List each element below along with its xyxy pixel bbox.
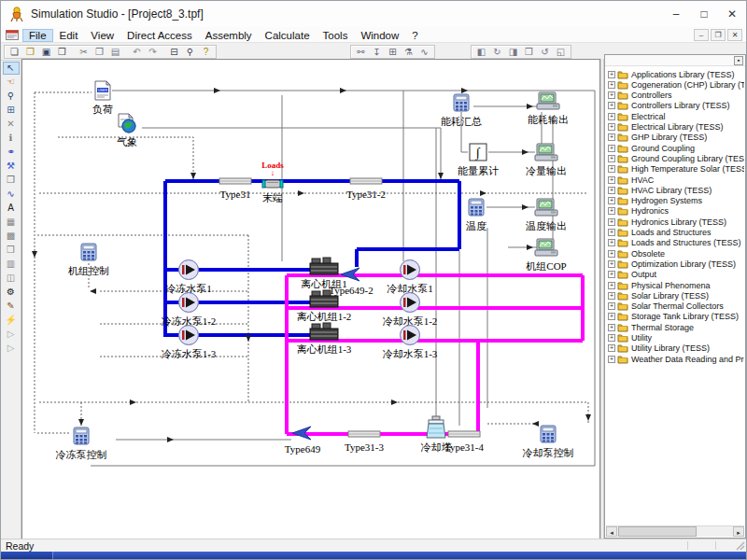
- output-tool-1-icon[interactable]: ▷: [3, 328, 20, 341]
- menu-direct-access[interactable]: Direct Access: [120, 29, 199, 42]
- component-chiller-1-3[interactable]: [308, 321, 340, 342]
- save-all-button-icon[interactable]: ❒: [54, 46, 70, 58]
- library-item-output[interactable]: +Output: [608, 270, 656, 280]
- text-tool-icon[interactable]: A: [3, 202, 20, 215]
- scroll-left-button[interactable]: ◂: [606, 526, 617, 537]
- expand-icon[interactable]: +: [608, 324, 615, 331]
- component-type31-2[interactable]: [349, 176, 383, 186]
- component-chw-pump-control[interactable]: [73, 427, 90, 445]
- component-weather[interactable]: [117, 113, 137, 133]
- undo-button-icon[interactable]: ↶: [129, 46, 145, 58]
- direct-access-tool-icon[interactable]: ⊞: [3, 104, 20, 117]
- resize-grip[interactable]: [734, 539, 745, 551]
- expand-icon[interactable]: +: [608, 313, 615, 320]
- component-type31-3[interactable]: [347, 429, 381, 439]
- scroll-right-button[interactable]: ▸: [733, 526, 744, 537]
- expand-icon[interactable]: +: [608, 250, 615, 258]
- layers-button-icon[interactable]: ❒: [521, 46, 537, 58]
- layers-tool-icon[interactable]: ❒: [3, 244, 20, 257]
- mdi-restore-button[interactable]: ❐: [711, 29, 726, 41]
- library-item-weather-data-reading-and-process[interactable]: +Weather Data Reading and Process: [608, 354, 744, 364]
- signal-tool-icon[interactable]: ∿: [3, 188, 20, 201]
- run-tool-icon[interactable]: ⚡: [3, 314, 20, 327]
- print-button-icon[interactable]: ⊟: [166, 46, 182, 58]
- component-type649-2[interactable]: [339, 265, 363, 284]
- mdi-close-button[interactable]: ✕: [727, 29, 742, 41]
- settings-tool-icon[interactable]: ⚙: [3, 286, 20, 299]
- menu-calculate[interactable]: Calculate: [259, 29, 317, 42]
- component-chw-pump-1-3[interactable]: [177, 324, 200, 346]
- component-unit-control[interactable]: [80, 243, 97, 261]
- expand-icon[interactable]: +: [608, 282, 615, 289]
- help-button-icon[interactable]: ?: [198, 46, 214, 58]
- wrench-tool-icon[interactable]: ⚒: [3, 160, 20, 173]
- stamp-tool-icon[interactable]: ❐: [3, 174, 20, 187]
- component-cw-pump-1-2[interactable]: [399, 291, 421, 314]
- zoom-tool-icon[interactable]: ⚲: [3, 90, 20, 103]
- grid-tool-icon[interactable]: ▦: [3, 216, 20, 229]
- close-button[interactable]: ✕: [718, 1, 746, 27]
- component-chw-pump-1[interactable]: [177, 259, 200, 281]
- menu-assembly[interactable]: Assembly: [199, 29, 259, 42]
- expand-icon[interactable]: +: [608, 334, 615, 342]
- component-cooling-tower[interactable]: [425, 415, 447, 440]
- expand-icon[interactable]: +: [608, 292, 615, 300]
- panel-close-button[interactable]: ▪: [734, 56, 743, 65]
- expand-icon[interactable]: +: [608, 91, 615, 99]
- new-button-icon[interactable]: ❏: [7, 46, 22, 58]
- save-button-icon[interactable]: ▣: [38, 46, 54, 58]
- table-button-icon[interactable]: ⊞: [385, 46, 401, 58]
- pan-tool-icon[interactable]: ☜: [3, 76, 20, 89]
- maximize-button[interactable]: □: [690, 1, 718, 27]
- expand-icon[interactable]: +: [608, 71, 615, 78]
- menu-tools[interactable]: Tools: [317, 29, 355, 42]
- expand-icon[interactable]: +: [608, 113, 615, 120]
- library-item-hvac[interactable]: +HVAC: [608, 175, 654, 185]
- component-cw-pump-1-3[interactable]: [399, 324, 421, 346]
- chart-button-icon[interactable]: ∿: [416, 46, 432, 58]
- export-button-icon[interactable]: ◱: [553, 46, 569, 58]
- delete-tool-icon[interactable]: ✕: [3, 118, 20, 131]
- expand-icon[interactable]: +: [608, 187, 615, 194]
- minimize-button[interactable]: –: [662, 1, 690, 27]
- probe-button-icon[interactable]: ⚗: [401, 46, 416, 58]
- window-tool-icon[interactable]: ◫: [3, 272, 20, 285]
- lock-layout-button-icon[interactable]: ◧: [473, 46, 489, 58]
- print-preview-button-icon[interactable]: ⚲: [182, 46, 198, 58]
- menu-edit[interactable]: Edit: [53, 29, 85, 42]
- mirror-button-icon[interactable]: ◨: [505, 46, 521, 58]
- menu-file[interactable]: File: [22, 29, 53, 42]
- expand-icon[interactable]: +: [608, 260, 615, 268]
- cut-button-icon[interactable]: ✂: [76, 46, 92, 58]
- update-button-icon[interactable]: ↺: [537, 46, 553, 58]
- expand-icon[interactable]: +: [608, 197, 615, 204]
- expand-icon[interactable]: +: [608, 239, 615, 246]
- component-energy-output[interactable]: [536, 91, 560, 111]
- snap-tool-icon[interactable]: ▩: [3, 230, 20, 243]
- menu-window[interactable]: Window: [354, 29, 405, 42]
- expand-icon[interactable]: +: [608, 344, 615, 352]
- rotate-button-icon[interactable]: ↻: [489, 46, 505, 58]
- expand-icon[interactable]: +: [608, 81, 615, 89]
- component-chiller-1[interactable]: [308, 256, 340, 276]
- scrollbar-thumb[interactable]: [618, 526, 697, 537]
- draw-tool-icon[interactable]: ✎: [3, 300, 20, 313]
- select-tool-icon[interactable]: ↖: [3, 62, 20, 75]
- open-button-icon[interactable]: ❐: [22, 46, 38, 58]
- expand-icon[interactable]: +: [608, 207, 615, 215]
- expand-icon[interactable]: +: [608, 123, 615, 131]
- output-tool-2-icon[interactable]: ▷: [3, 342, 20, 355]
- expand-icon[interactable]: +: [608, 229, 615, 236]
- expand-icon[interactable]: +: [608, 176, 615, 184]
- expand-icon[interactable]: +: [608, 165, 615, 173]
- expand-icon[interactable]: +: [608, 155, 615, 162]
- library-item-utility[interactable]: +Utility: [608, 333, 652, 343]
- menu-view[interactable]: View: [84, 29, 120, 42]
- component-temp-output[interactable]: [534, 197, 558, 217]
- redo-button-icon[interactable]: ↷: [145, 46, 161, 58]
- component-energy-summary[interactable]: [453, 93, 470, 112]
- link-tool-icon[interactable]: ⚭: [3, 146, 20, 159]
- info-tool-icon[interactable]: ℹ: [3, 132, 20, 145]
- component-energy-accum[interactable]: ∫: [469, 143, 487, 161]
- diagram-canvas[interactable]: USER负荷气象Type31末端Type31-2冷冻水泵1冷冻水泵1-2冷冻水泵…: [21, 59, 600, 540]
